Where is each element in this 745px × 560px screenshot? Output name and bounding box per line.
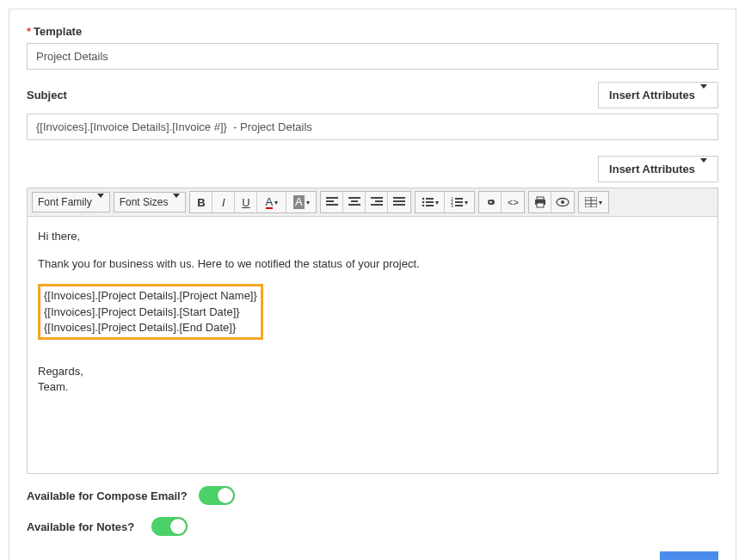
editor-toolbar: Font Family Font Sizes B I U A▾ A▾ ▾ 123… — [27, 188, 718, 216]
bold-button[interactable]: B — [190, 192, 212, 212]
number-list-icon: 123 — [451, 197, 463, 207]
print-icon — [534, 196, 546, 208]
notes-toggle-label: Available for Notes? — [27, 520, 151, 533]
merge-var-line: {[Invoices].[Project Details].[End Date]… — [44, 320, 257, 335]
compose-toggle[interactable] — [199, 486, 235, 505]
editor-sign1: Regards, — [38, 364, 707, 379]
italic-button[interactable]: I — [212, 192, 235, 212]
svg-rect-14 — [537, 203, 544, 207]
align-right-button[interactable] — [366, 192, 388, 212]
underline-button[interactable]: U — [235, 192, 257, 212]
chevron-down-icon — [700, 158, 707, 175]
template-label: *Template — [27, 25, 82, 38]
align-left-button[interactable] — [321, 192, 343, 212]
align-justify-icon — [393, 197, 405, 207]
chevron-down-icon — [97, 194, 104, 206]
svg-rect-5 — [426, 205, 434, 206]
form-footer: Cancel Create — [27, 551, 718, 560]
compose-toggle-row: Available for Compose Email? — [27, 486, 718, 505]
svg-text:3: 3 — [451, 203, 453, 207]
font-size-select[interactable]: Font Sizes — [114, 192, 187, 212]
editor-greeting: Hi there, — [38, 229, 707, 244]
subject-field: Subject Insert Attributes — [27, 82, 718, 140]
editor-sign2: Team. — [38, 379, 707, 395]
align-center-button[interactable] — [343, 192, 366, 212]
bullet-list-button[interactable]: ▾ — [416, 192, 445, 212]
print-button[interactable] — [529, 192, 551, 212]
svg-rect-12 — [537, 197, 544, 200]
align-left-icon — [326, 197, 338, 207]
svg-rect-7 — [455, 198, 463, 200]
merge-var-line: {[Invoices].[Project Details].[Project N… — [44, 288, 257, 304]
number-list-button[interactable]: 123▾ — [445, 192, 474, 212]
template-name-field: *Template — [27, 25, 718, 70]
compose-toggle-label: Available for Compose Email? — [27, 489, 199, 502]
chevron-down-icon — [700, 84, 707, 102]
svg-point-2 — [422, 201, 425, 204]
text-color-button[interactable]: A▾ — [257, 192, 286, 212]
svg-point-16 — [561, 200, 564, 204]
svg-rect-1 — [426, 198, 434, 200]
rich-text-editor[interactable]: Hi there, Thank you for business with us… — [27, 216, 718, 474]
chevron-down-icon — [173, 194, 180, 206]
eye-icon — [556, 197, 570, 207]
svg-rect-11 — [455, 205, 463, 206]
editor-intro: Thank you for business with us. Here to … — [38, 256, 707, 272]
merge-variables-highlight: {[Invoices].[Project Details].[Project N… — [38, 284, 263, 340]
subject-label: Subject — [27, 89, 67, 102]
svg-point-4 — [422, 205, 425, 207]
template-name-input[interactable] — [27, 43, 718, 70]
notes-toggle[interactable] — [151, 517, 188, 536]
link-button[interactable] — [479, 192, 502, 212]
svg-rect-3 — [426, 201, 434, 203]
align-center-icon — [348, 197, 360, 207]
insert-attributes-subject-button[interactable]: Insert Attributes — [598, 82, 718, 108]
create-button[interactable]: Create — [660, 551, 718, 560]
table-button[interactable]: ▾ — [579, 192, 608, 212]
font-family-select[interactable]: Font Family — [32, 192, 110, 212]
preview-button[interactable] — [551, 192, 574, 212]
align-right-icon — [371, 197, 383, 207]
notes-toggle-row: Available for Notes? — [27, 517, 718, 536]
bg-color-button[interactable]: A▾ — [286, 192, 316, 212]
svg-point-0 — [422, 198, 425, 200]
align-justify-button[interactable] — [388, 192, 410, 212]
table-icon — [585, 197, 597, 207]
link-icon — [484, 196, 496, 208]
insert-attributes-body-button[interactable]: Insert Attributes — [598, 156, 718, 182]
subject-input[interactable] — [27, 114, 718, 140]
svg-rect-9 — [455, 201, 463, 203]
merge-var-line: {[Invoices].[Project Details].[Start Dat… — [44, 305, 257, 320]
code-button[interactable]: <> — [502, 192, 524, 212]
bullet-list-icon — [422, 197, 434, 207]
template-form-panel: *Template Subject Insert Attributes Inse… — [9, 9, 736, 560]
